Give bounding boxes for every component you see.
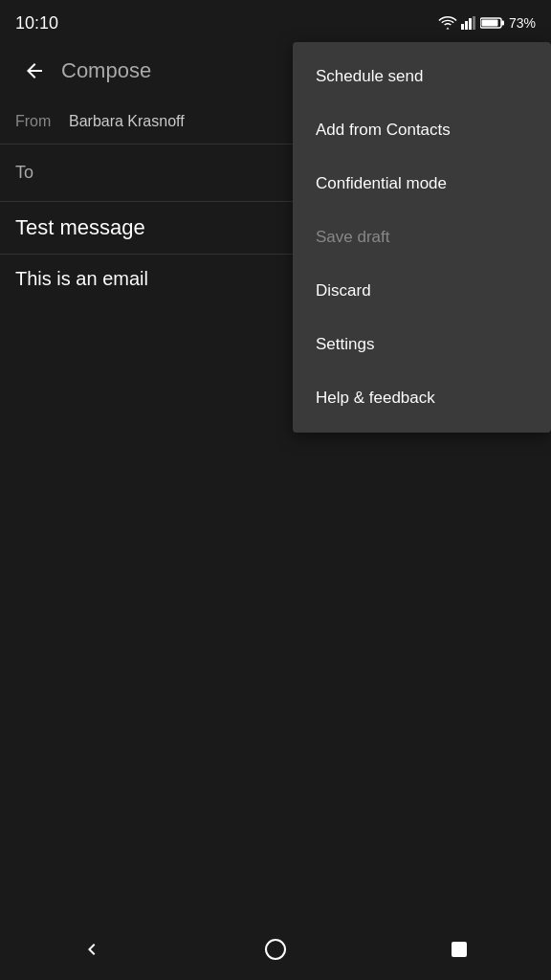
status-time: 10:10 — [15, 13, 58, 33]
nav-back-button[interactable] — [63, 921, 121, 978]
battery-percent: 73% — [509, 15, 536, 31]
svg-rect-6 — [481, 20, 497, 27]
menu-item-help-feedback[interactable]: Help & feedback — [293, 371, 551, 425]
status-icons: 73% — [438, 15, 536, 31]
wifi-icon — [438, 16, 457, 30]
svg-rect-5 — [501, 21, 504, 26]
nav-recents-button[interactable] — [430, 921, 488, 978]
signal-icon — [461, 16, 476, 30]
dropdown-menu: Schedule sendAdd from ContactsConfidenti… — [293, 42, 551, 433]
back-arrow-icon — [23, 59, 46, 82]
from-value: Barbara Krasnoff — [69, 113, 185, 130]
menu-item-schedule-send[interactable]: Schedule send — [293, 50, 551, 103]
svg-rect-2 — [469, 18, 472, 30]
back-button[interactable] — [15, 52, 54, 90]
nav-recents-icon — [450, 940, 469, 959]
svg-rect-0 — [461, 24, 464, 30]
svg-rect-1 — [465, 21, 468, 30]
menu-item-discard[interactable]: Discard — [293, 264, 551, 318]
subject-text: Test message — [15, 215, 145, 239]
to-label: To — [15, 163, 33, 183]
svg-rect-3 — [473, 16, 475, 30]
app-bar-title: Compose — [61, 58, 151, 83]
dropdown-overlay: Schedule sendAdd from ContactsConfidenti… — [293, 42, 551, 433]
from-label: From — [15, 113, 54, 130]
status-bar: 10:10 73% — [0, 0, 551, 42]
svg-point-7 — [266, 940, 285, 959]
menu-item-settings[interactable]: Settings — [293, 318, 551, 371]
svg-rect-8 — [452, 942, 467, 957]
menu-item-confidential-mode[interactable]: Confidential mode — [293, 157, 551, 211]
nav-home-button[interactable] — [247, 921, 304, 978]
nav-bar — [0, 919, 551, 980]
nav-home-icon — [264, 938, 287, 961]
body-text: This is an email — [15, 268, 148, 289]
nav-back-icon — [80, 938, 103, 961]
menu-item-save-draft: Save draft — [293, 211, 551, 264]
menu-item-add-from-contacts[interactable]: Add from Contacts — [293, 103, 551, 157]
battery-icon — [480, 16, 505, 30]
